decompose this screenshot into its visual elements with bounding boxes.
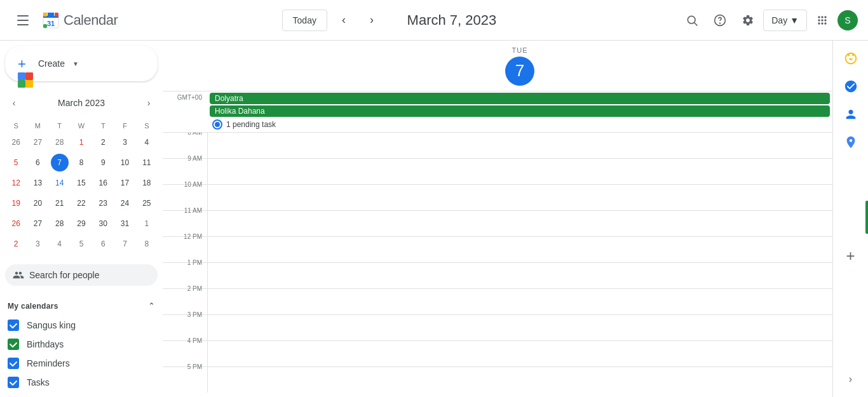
mini-cal-day[interactable]: 2 bbox=[92, 132, 114, 152]
avatar[interactable]: S bbox=[837, 10, 858, 30]
logo[interactable]: 31 Calendar bbox=[41, 10, 118, 30]
time-slot[interactable] bbox=[207, 133, 832, 158]
mini-cal-day[interactable]: 8 bbox=[136, 234, 158, 254]
mini-cal-day[interactable]: 20 bbox=[27, 193, 48, 213]
my-calendars-section: My calendars ⌃ Sangus kingBirthdaysRemin… bbox=[5, 296, 158, 392]
mini-cal-day[interactable]: 17 bbox=[114, 173, 135, 193]
maps-icon-btn[interactable] bbox=[838, 130, 864, 155]
calendar-checkbox[interactable] bbox=[8, 320, 19, 331]
mini-cal-day[interactable]: 27 bbox=[27, 132, 48, 152]
calendar-item-sangus-king[interactable]: Sangus king bbox=[5, 316, 158, 335]
create-button[interactable]: Create ▼ bbox=[5, 46, 158, 81]
reminder-icon-btn[interactable] bbox=[838, 46, 864, 71]
time-gutter-header bbox=[163, 41, 207, 91]
mini-cal-day[interactable]: 3 bbox=[114, 132, 135, 152]
event-holika-dahana[interactable]: Holika Dahana bbox=[210, 105, 830, 117]
mini-cal-day[interactable]: 22 bbox=[71, 193, 92, 213]
time-row: 11 AM bbox=[163, 210, 832, 236]
pending-task-row[interactable]: 1 pending task bbox=[210, 118, 830, 131]
mini-cal-day[interactable]: 18 bbox=[136, 173, 158, 193]
mini-cal-day[interactable]: 7 bbox=[114, 234, 135, 254]
time-slot[interactable] bbox=[207, 315, 832, 340]
add-button[interactable]: + bbox=[838, 243, 864, 269]
mini-cal-day[interactable]: 3 bbox=[27, 234, 48, 254]
mini-cal-day[interactable]: 28 bbox=[49, 213, 71, 234]
mini-cal-day[interactable]: 30 bbox=[92, 213, 114, 234]
search-button[interactable] bbox=[679, 8, 705, 33]
create-plus-icon bbox=[18, 56, 33, 71]
help-button[interactable] bbox=[707, 8, 733, 33]
day-number[interactable]: 7 bbox=[505, 57, 534, 86]
time-slot[interactable] bbox=[207, 367, 832, 393]
today-button[interactable]: Today bbox=[282, 10, 327, 31]
expand-button[interactable]: › bbox=[838, 367, 864, 392]
mini-cal-prev[interactable]: ‹ bbox=[5, 94, 23, 112]
tasks-icon-btn[interactable] bbox=[838, 74, 864, 99]
my-calendars-icons: ⌃ bbox=[148, 301, 155, 311]
mini-cal-day[interactable]: 26 bbox=[5, 213, 27, 234]
mini-cal-day[interactable]: 4 bbox=[136, 132, 158, 152]
mini-cal-day[interactable]: 5 bbox=[71, 234, 92, 254]
mini-cal-day[interactable]: 11 bbox=[136, 152, 158, 173]
view-selector[interactable]: Day ▼ bbox=[763, 10, 807, 31]
mini-cal-next[interactable]: › bbox=[140, 94, 158, 112]
gmt-label: GMT+00 bbox=[163, 91, 207, 132]
time-slot[interactable] bbox=[207, 263, 832, 288]
calendar-item-birthdays[interactable]: Birthdays bbox=[5, 335, 158, 354]
time-grid: 8 AM9 AM10 AM11 AM12 PM1 PM2 PM3 PM4 PM5… bbox=[163, 133, 832, 397]
create-label: Create bbox=[38, 58, 65, 69]
mini-cal-day[interactable]: 28 bbox=[49, 132, 71, 152]
mini-cal-day[interactable]: 16 bbox=[92, 173, 114, 193]
mini-cal-day[interactable]: 10 bbox=[114, 152, 135, 173]
allday-row: GMT+00 Dolyatra Holika Dahana 1 pending … bbox=[163, 91, 832, 133]
my-calendars-header[interactable]: My calendars ⌃ bbox=[5, 296, 158, 316]
mini-cal-day[interactable]: 23 bbox=[92, 193, 114, 213]
mini-cal-day[interactable]: 4 bbox=[49, 234, 71, 254]
mini-cal-day[interactable]: 26 bbox=[5, 132, 27, 152]
calendar-checkbox[interactable] bbox=[8, 339, 19, 350]
time-slot[interactable] bbox=[207, 237, 832, 262]
time-slot[interactable] bbox=[207, 159, 832, 184]
mini-cal-day[interactable]: 19 bbox=[5, 193, 27, 213]
mini-cal-day[interactable]: 15 bbox=[71, 173, 92, 193]
mini-cal-day[interactable]: 27 bbox=[27, 213, 48, 234]
apps-button[interactable] bbox=[810, 8, 835, 33]
prev-button[interactable]: ‹ bbox=[332, 9, 355, 32]
mini-cal-day[interactable]: 13 bbox=[27, 173, 48, 193]
mini-cal-day[interactable]: 8 bbox=[71, 152, 92, 173]
mini-cal-day[interactable]: 31 bbox=[114, 213, 135, 234]
mini-cal-day[interactable]: 24 bbox=[114, 193, 135, 213]
mini-cal-day[interactable]: 1 bbox=[71, 132, 92, 152]
time-slot[interactable] bbox=[207, 341, 832, 367]
time-slot[interactable] bbox=[207, 289, 832, 314]
mini-cal-day[interactable]: 29 bbox=[71, 213, 92, 234]
mini-cal-day[interactable]: 12 bbox=[5, 173, 27, 193]
time-slot[interactable] bbox=[207, 211, 832, 236]
mini-cal-day[interactable]: 25 bbox=[136, 193, 158, 213]
mini-cal-day[interactable]: 1 bbox=[136, 213, 158, 234]
menu-button[interactable] bbox=[10, 8, 36, 33]
time-slot[interactable] bbox=[207, 185, 832, 210]
mini-cal-day[interactable]: 6 bbox=[27, 152, 48, 173]
time-label: 5 PM bbox=[163, 362, 207, 387]
mini-cal-day[interactable]: 5 bbox=[5, 152, 27, 173]
time-label: 3 PM bbox=[163, 310, 207, 335]
mini-cal-day[interactable]: 21 bbox=[49, 193, 71, 213]
people-search[interactable]: Search for people bbox=[5, 264, 158, 286]
calendar-checkbox[interactable] bbox=[8, 358, 19, 369]
calendar-checkbox[interactable] bbox=[8, 377, 19, 388]
settings-button[interactable] bbox=[735, 8, 761, 33]
calendar-item-tasks[interactable]: Tasks bbox=[5, 373, 158, 392]
next-button[interactable]: › bbox=[360, 9, 383, 32]
mini-cal-day[interactable]: 14 bbox=[49, 173, 71, 193]
mini-cal-day[interactable]: 7 bbox=[49, 152, 71, 173]
contacts-icon-btn[interactable] bbox=[838, 102, 864, 127]
mini-cal-grid: SMTWTFS 26272812345678910111213141516171… bbox=[5, 119, 158, 254]
svg-rect-13 bbox=[18, 72, 25, 80]
mini-cal-day[interactable]: 2 bbox=[5, 234, 27, 254]
mini-cal-day[interactable]: 6 bbox=[92, 234, 114, 254]
mini-cal-day[interactable]: 9 bbox=[92, 152, 114, 173]
calendar-item-reminders[interactable]: Reminders bbox=[5, 354, 158, 373]
event-dolyatra[interactable]: Dolyatra bbox=[210, 93, 830, 104]
topbar-center: Today ‹ › March 7, 2023 bbox=[118, 9, 679, 32]
